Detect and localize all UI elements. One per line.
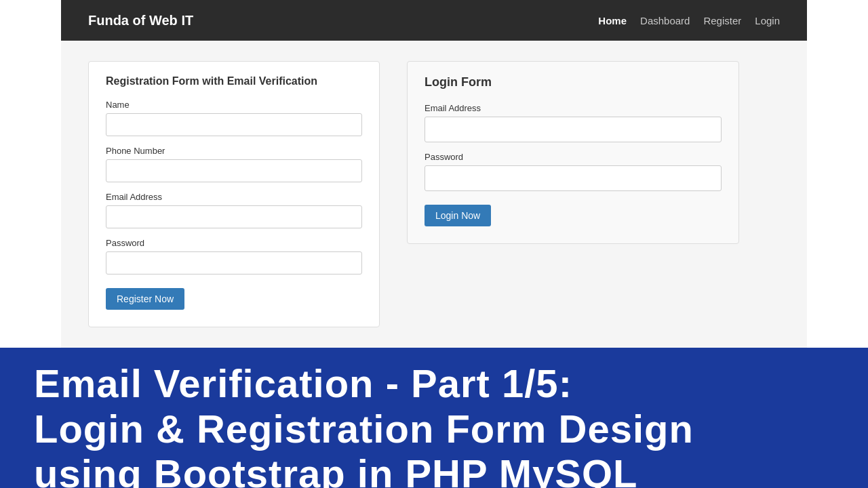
login-email-field-group: Email Address bbox=[425, 103, 722, 142]
login-email-input[interactable] bbox=[425, 117, 722, 142]
login-form-title: Login Form bbox=[425, 75, 722, 89]
nav-link-login[interactable]: Login bbox=[755, 15, 780, 26]
name-label: Name bbox=[106, 100, 362, 110]
nav-link-register[interactable]: Register bbox=[703, 15, 741, 26]
name-field-group: Name bbox=[106, 100, 362, 136]
main-content: Registration Form with Email Verificatio… bbox=[61, 41, 807, 348]
reg-password-field-group: Password bbox=[106, 238, 362, 274]
reg-password-label: Password bbox=[106, 238, 362, 248]
nav-link-dashboard[interactable]: Dashboard bbox=[640, 15, 690, 26]
login-password-label: Password bbox=[425, 152, 722, 162]
register-button[interactable]: Register Now bbox=[106, 288, 184, 310]
reg-email-label: Email Address bbox=[106, 192, 362, 202]
phone-input[interactable] bbox=[106, 159, 362, 182]
navbar-brand: Funda of Web IT bbox=[88, 13, 193, 28]
reg-password-input[interactable] bbox=[106, 251, 362, 274]
login-password-input[interactable] bbox=[425, 165, 722, 191]
banner-line3: using Bootstrap in PHP MySQL bbox=[34, 451, 638, 488]
login-password-field-group: Password bbox=[425, 152, 722, 191]
navbar-links: Home Dashboard Register Login bbox=[598, 15, 780, 26]
nav-link-home[interactable]: Home bbox=[598, 15, 627, 26]
navbar: Funda of Web IT Home Dashboard Register … bbox=[61, 0, 807, 41]
banner-title: Email Verification - Part 1/5: Login & R… bbox=[34, 361, 834, 488]
reg-email-field-group: Email Address bbox=[106, 192, 362, 228]
phone-label: Phone Number bbox=[106, 146, 362, 156]
login-email-label: Email Address bbox=[425, 103, 722, 113]
registration-card: Registration Form with Email Verificatio… bbox=[88, 61, 380, 327]
bottom-banner: Email Verification - Part 1/5: Login & R… bbox=[0, 348, 868, 488]
banner-line2: Login & Registration Form Design bbox=[34, 407, 694, 451]
login-button[interactable]: Login Now bbox=[425, 205, 491, 226]
reg-email-input[interactable] bbox=[106, 205, 362, 228]
phone-field-group: Phone Number bbox=[106, 146, 362, 182]
name-input[interactable] bbox=[106, 113, 362, 136]
banner-line1: Email Verification - Part 1/5: bbox=[34, 361, 572, 405]
login-card: Login Form Email Address Password Login … bbox=[407, 61, 739, 244]
registration-form-title: Registration Form with Email Verificatio… bbox=[106, 75, 362, 87]
